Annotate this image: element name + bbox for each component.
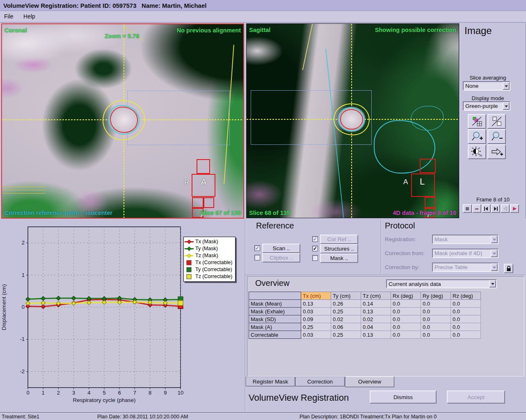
overview-column-header[interactable]: Rz (deg) [451, 292, 481, 300]
divider [245, 275, 526, 276]
legend-diamond-marker [185, 246, 194, 251]
play-forward-button[interactable] [510, 204, 519, 213]
overview-row-label[interactable]: Correctable [249, 331, 301, 339]
overview-column-header[interactable]: Rx (deg) [391, 292, 421, 300]
overview-column-header[interactable]: Tx (cm) [301, 292, 331, 300]
menu-file[interactable]: File [0, 11, 18, 22]
overview-row: Mask (Mean)0.130.260.140.00.00.0 [249, 300, 481, 308]
overview-cell: 0.0 [391, 315, 421, 323]
chevron-down-icon[interactable] [489, 280, 496, 288]
first-frame-button[interactable] [482, 204, 491, 213]
coronal-viewport[interactable]: R A F Coronal Zoom = 5.78 No previous al… [1, 23, 244, 219]
overview-row-label[interactable]: Mask (A) [249, 323, 301, 331]
couch-line [2, 193, 46, 194]
correction-from-select: Mask (exhale if 4D) [432, 249, 499, 258]
slice-label: Slice 68 of 135 [249, 210, 290, 216]
display-mode-value: Green-purple [464, 102, 503, 110]
chevron-down-icon[interactable] [503, 102, 510, 110]
chevron-down-icon[interactable] [503, 82, 510, 90]
overlay-blend-button[interactable] [468, 114, 486, 129]
svg-text:0: 0 [22, 304, 25, 310]
split-compare-button[interactable] [487, 114, 506, 129]
overview-row: Mask (Exhale)0.030.250.130.00.00.0 [249, 308, 481, 315]
apply-correction-button[interactable] [487, 144, 506, 159]
svg-text:0: 0 [26, 390, 29, 396]
overview-cell: 0.02 [331, 315, 361, 323]
overview-column-header[interactable]: Tz (cm) [361, 292, 391, 300]
split-compare-icon [490, 116, 503, 127]
window-level-button[interactable]: A [468, 144, 486, 159]
dialog-title: VolumeView Registration [249, 393, 349, 403]
overview-row: Correctable0.030.250.130.00.00.0 [249, 331, 481, 339]
overview-column-header[interactable]: Ty (cm) [331, 292, 361, 300]
svg-text:8: 8 [149, 390, 151, 396]
menu-help[interactable]: Help [19, 11, 39, 22]
stop-button[interactable] [463, 204, 472, 213]
tab-overview[interactable]: Overview [345, 377, 394, 387]
legend-square-marker [185, 260, 194, 265]
tab-register-mask[interactable]: Register Mask [246, 377, 295, 386]
scan-button[interactable]: Scan .. [262, 244, 300, 253]
analysis-dataset-select[interactable]: Current analysis data [386, 279, 497, 288]
overview-cell: 0.0 [421, 331, 451, 339]
overview-cell: 0.03 [301, 331, 331, 339]
zoom-in-button[interactable] [468, 129, 486, 144]
view-name-label: Sagittal [249, 27, 270, 33]
play-reverse-button[interactable] [501, 204, 510, 213]
overview-cell: 0.0 [451, 300, 481, 308]
overview-cell: 0.25 [331, 331, 361, 339]
overview-cell: 0.0 [421, 300, 451, 308]
legend-square-marker [185, 267, 194, 272]
svg-text:10: 10 [178, 390, 183, 396]
slice-averaging-select[interactable]: None [463, 81, 510, 91]
orientation-box [425, 197, 435, 208]
pause-button[interactable] [472, 204, 481, 213]
slice-averaging-value: None [464, 82, 503, 90]
zoom-out-button[interactable] [487, 129, 506, 144]
play-reverse-icon [503, 207, 508, 211]
display-mode-select[interactable]: Green-purple [463, 101, 510, 111]
dismiss-button[interactable]: Dismiss [370, 390, 437, 404]
overview-row: Mask (SD)0.090.020.020.00.00.0 [249, 315, 481, 323]
svg-text:7: 7 [133, 390, 136, 396]
legend-label: Tz (Mask) [195, 252, 218, 259]
overview-title: Overview [255, 278, 289, 288]
arrow-plus-icon [490, 146, 503, 158]
cor-ref-checkbox[interactable] [312, 236, 318, 242]
mask-button[interactable]: Mask .. [320, 253, 358, 263]
view-name-label: Coronal [5, 27, 27, 34]
overview-cell: 0.0 [451, 323, 481, 331]
overview-column-header[interactable]: Ry (deg) [421, 292, 451, 300]
legend-item: Tz (Correctable) [185, 273, 234, 280]
last-frame-button[interactable] [491, 204, 500, 213]
frame-4d-label: 4D data - frame 8 of 10 [393, 210, 456, 216]
svg-text:-2: -2 [20, 368, 25, 374]
overview-row-label[interactable]: Mask (SD) [249, 315, 301, 323]
legend-label: Tx (Correctable) [195, 259, 232, 266]
legend-label: Tx (Mask) [195, 238, 218, 245]
registration-select: Mask [432, 235, 499, 244]
registration-value: Mask [433, 235, 491, 243]
structures-button[interactable]: Structures .. [320, 244, 358, 253]
lock-button[interactable] [504, 264, 513, 273]
legend-label: Ty (Mask) [195, 245, 218, 252]
clipbox-checkbox[interactable] [254, 255, 260, 260]
display-mode-label: Display mode [460, 95, 516, 101]
svg-text:2: 2 [22, 240, 25, 246]
structures-checkbox[interactable] [312, 246, 318, 251]
overview-row-label[interactable]: Mask (Mean) [249, 300, 301, 308]
overview-cell: 0.0 [421, 323, 451, 331]
overview-row-label[interactable]: Mask (Exhale) [249, 308, 301, 315]
mask-checkbox[interactable] [312, 255, 318, 261]
accept-button: Accept [447, 390, 505, 404]
stop-icon [465, 207, 469, 211]
tab-correction[interactable]: Correction [295, 377, 345, 386]
overview-cell: 0.26 [331, 300, 361, 308]
sagittal-viewport[interactable]: A L F Sagittal Showing possible correcti… [246, 23, 459, 218]
correction-status-label: Showing possible correction [375, 27, 456, 33]
scan-checkbox[interactable] [254, 245, 260, 251]
correction-from-value: Mask (exhale if 4D) [433, 249, 491, 257]
svg-text:5: 5 [103, 390, 105, 396]
status-bar: Treatment: Site1 Plan Date: 30.08.2011 1… [0, 412, 526, 420]
analysis-dataset-value: Current analysis data [387, 280, 489, 288]
